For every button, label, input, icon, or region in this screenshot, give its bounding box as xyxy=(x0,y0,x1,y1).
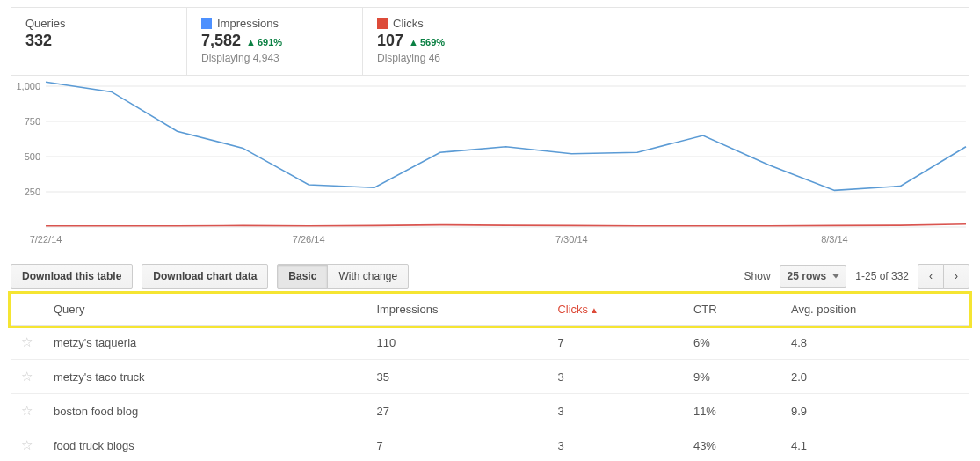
download-table-button[interactable]: Download this table xyxy=(11,264,133,289)
cell-avg: 2.0 xyxy=(780,360,969,394)
cell-query: boston food blog xyxy=(43,394,366,428)
svg-text:500: 500 xyxy=(25,151,40,162)
star-icon[interactable]: ☆ xyxy=(11,326,43,360)
cell-clicks: 3 xyxy=(547,428,683,462)
metric-cards: Queries 332 Impressions 7,582▲691% Displ… xyxy=(11,7,969,76)
cell-impressions: 110 xyxy=(366,326,547,360)
cell-impressions: 35 xyxy=(366,360,547,394)
header-ctr[interactable]: CTR xyxy=(683,294,780,326)
header-clicks-label: Clicks xyxy=(557,303,588,316)
card-clicks-change: 569% xyxy=(420,37,445,48)
star-icon[interactable]: ☆ xyxy=(11,394,43,428)
star-column-header xyxy=(11,294,43,326)
svg-text:750: 750 xyxy=(25,116,40,127)
chart: 2505007501,000 7/22/147/26/147/30/148/3/… xyxy=(11,81,969,248)
card-clicks-sub: Displaying 46 xyxy=(377,52,525,64)
prev-page-button[interactable]: ‹ xyxy=(918,264,944,289)
star-icon[interactable]: ☆ xyxy=(11,428,43,462)
svg-text:7/22/14: 7/22/14 xyxy=(30,234,62,245)
download-chart-button[interactable]: Download chart data xyxy=(142,264,268,289)
next-page-button[interactable]: › xyxy=(943,264,969,289)
up-arrow-icon: ▲ xyxy=(246,37,256,48)
card-impressions-change: 691% xyxy=(258,37,282,48)
cell-avg: 4.1 xyxy=(780,428,969,462)
cell-clicks: 3 xyxy=(547,394,683,428)
table-body: ☆metzy's taqueria11076%4.8☆metzy's taco … xyxy=(11,326,969,462)
card-impressions[interactable]: Impressions 7,582▲691% Displaying 4,943 xyxy=(187,8,363,75)
cell-impressions: 27 xyxy=(366,394,547,428)
cell-query: food truck blogs xyxy=(43,428,366,462)
svg-text:7/26/14: 7/26/14 xyxy=(293,234,325,245)
card-impressions-sub: Displaying 4,943 xyxy=(201,52,348,64)
clicks-swatch-icon xyxy=(377,18,388,29)
impressions-swatch-icon xyxy=(201,18,212,29)
chart-gridlines xyxy=(46,86,966,227)
withchange-toggle[interactable]: With change xyxy=(327,264,409,289)
header-clicks[interactable]: Clicks▲ xyxy=(547,294,683,326)
table-row: ☆boston food blog27311%9.9 xyxy=(11,394,969,428)
svg-text:8/3/14: 8/3/14 xyxy=(821,234,848,245)
toolbar: Download this table Download chart data … xyxy=(11,264,969,289)
table-row: ☆metzy's taco truck3539%2.0 xyxy=(11,360,969,394)
svg-text:250: 250 xyxy=(25,187,40,197)
card-impressions-label: Impressions xyxy=(217,17,279,30)
star-icon[interactable]: ☆ xyxy=(11,360,43,394)
cell-ctr: 9% xyxy=(683,360,780,394)
chart-y-axis: 2505007501,000 xyxy=(16,81,40,197)
page-range: 1-25 of 332 xyxy=(855,270,909,282)
header-impressions[interactable]: Impressions xyxy=(366,294,547,326)
up-arrow-icon: ▲ xyxy=(409,37,418,48)
cell-clicks: 7 xyxy=(547,326,683,360)
basic-toggle[interactable]: Basic xyxy=(277,264,328,289)
cell-query: metzy's taco truck xyxy=(43,360,366,394)
view-toggle: Basic With change xyxy=(277,264,409,289)
cell-ctr: 11% xyxy=(683,394,780,428)
header-avg[interactable]: Avg. position xyxy=(780,294,969,326)
card-clicks[interactable]: Clicks 107▲569% Displaying 46 xyxy=(363,8,539,75)
card-impressions-value: 7,582 xyxy=(201,32,241,50)
svg-text:7/30/14: 7/30/14 xyxy=(555,234,588,245)
pager: ‹ › xyxy=(918,264,969,289)
show-label: Show xyxy=(744,270,771,282)
card-queries-value: 332 xyxy=(25,32,52,50)
rows-select[interactable]: 25 rows xyxy=(780,265,847,288)
table-header-row: Query Impressions Clicks▲ CTR Avg. posit… xyxy=(11,294,969,326)
table-row: ☆metzy's taqueria11076%4.8 xyxy=(11,326,969,360)
cell-avg: 4.8 xyxy=(780,326,969,360)
cell-ctr: 6% xyxy=(683,326,780,360)
series-clicks xyxy=(46,224,966,226)
card-clicks-value: 107 xyxy=(377,32,403,50)
header-query[interactable]: Query xyxy=(43,294,366,326)
sort-asc-icon: ▲ xyxy=(590,305,599,315)
queries-table: Query Impressions Clicks▲ CTR Avg. posit… xyxy=(11,294,969,461)
card-clicks-label: Clicks xyxy=(393,17,424,30)
card-queries[interactable]: Queries 332 xyxy=(11,8,187,75)
cell-clicks: 3 xyxy=(547,360,683,394)
line-chart: 2505007501,000 7/22/147/26/147/30/148/3/… xyxy=(11,81,969,248)
cell-query: metzy's taqueria xyxy=(43,326,366,360)
svg-text:1,000: 1,000 xyxy=(16,81,40,91)
table-row: ☆food truck blogs7343%4.1 xyxy=(11,428,969,462)
cell-ctr: 43% xyxy=(683,428,780,462)
chart-x-axis: 7/22/147/26/147/30/148/3/14 xyxy=(30,234,848,245)
card-queries-label: Queries xyxy=(25,17,172,30)
cell-avg: 9.9 xyxy=(780,394,969,428)
series-impressions xyxy=(46,82,966,190)
cell-impressions: 7 xyxy=(366,428,547,462)
